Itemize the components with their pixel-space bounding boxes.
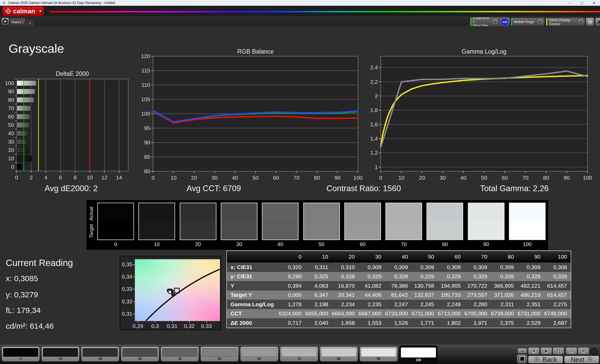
swatch-target — [180, 221, 216, 240]
tick-label: 0,3 — [151, 323, 159, 329]
svg-text:70: 70 — [522, 175, 528, 181]
close-button[interactable]: ✕ — [588, 0, 600, 6]
table-cell: 195,733 — [438, 291, 464, 300]
pattern-button-80[interactable]: 80 — [320, 346, 358, 362]
tick — [133, 264, 135, 265]
svg-text:85: 85 — [144, 154, 150, 160]
play-button[interactable]: ▶ — [541, 347, 552, 355]
pattern-button-40[interactable]: 40 — [161, 346, 199, 362]
next-button[interactable]: Next » — [564, 356, 599, 363]
grayscale-swatch — [303, 203, 340, 240]
pattern-label: 50 — [201, 357, 238, 361]
pattern-button-60[interactable]: 60 — [240, 346, 278, 362]
svg-text:60: 60 — [8, 113, 14, 120]
table-cell: 78,386 — [385, 281, 412, 291]
swatch-actual — [427, 203, 463, 221]
table-cell: 0,309 — [358, 263, 385, 272]
table-cell: 0,394 — [279, 281, 305, 291]
table-cell: 6687,000 — [358, 309, 385, 318]
table-header-cell: 20 — [332, 251, 358, 263]
pattern-bar-expand-button[interactable]: ▲ — [518, 348, 527, 354]
tab-history-1[interactable]: History 1 — [9, 18, 26, 26]
pattern-swatch — [282, 348, 317, 357]
table-cell: 0,309 — [385, 263, 412, 272]
svg-text:20: 20 — [8, 147, 14, 153]
window-pattern-button[interactable] — [517, 355, 527, 363]
pattern-button-20[interactable]: 20 — [81, 346, 119, 362]
tick — [155, 321, 155, 323]
refresh-button[interactable]: ↻ — [578, 347, 589, 355]
table-header-cell: 100 — [544, 251, 571, 263]
table-cell: 366,905 — [491, 281, 518, 291]
back-button[interactable]: « Back — [528, 356, 563, 363]
pattern-source-dropdown[interactable]: Mobile Forge — [511, 18, 545, 26]
swatch-target — [345, 221, 380, 240]
display-control-dropdown[interactable]: Direct Display Control — [546, 18, 585, 26]
svg-text:1,6: 1,6 — [370, 121, 378, 127]
pattern-swatch — [242, 348, 277, 357]
svg-text:50: 50 — [481, 175, 487, 181]
swatch-target — [221, 221, 257, 240]
table-header-cell: 80 — [491, 251, 518, 263]
table-cell: 614,457 — [544, 291, 571, 300]
swatch-actual — [345, 203, 380, 221]
grayscale-swatch — [138, 203, 175, 240]
main-content: Grayscale DeltaE 20001009080706050403020… — [0, 26, 600, 345]
refresh-icon: ↻ — [581, 348, 586, 354]
meter-dropdown[interactable]: X-Rite i1Pro 3 Direct View 410 — [470, 17, 510, 27]
svg-text:100: 100 — [141, 111, 150, 117]
table-cell: 482,121 — [518, 281, 544, 291]
chevron-left-icon — [597, 19, 600, 25]
pattern-label: 80 — [320, 357, 358, 361]
pattern-button-90[interactable]: 90 — [360, 346, 398, 362]
continuous-button[interactable]: ∞ — [566, 347, 577, 355]
swatch-target — [509, 221, 545, 240]
svg-text:120: 120 — [141, 53, 150, 59]
svg-text:40: 40 — [232, 175, 238, 181]
swatch-actual — [509, 203, 545, 221]
swatch-actual — [139, 203, 175, 221]
pattern-button-30[interactable]: 30 — [121, 346, 159, 362]
svg-text:1: 1 — [375, 164, 378, 170]
table-cell: 614,457 — [544, 281, 571, 291]
svg-text:0: 0 — [152, 175, 155, 181]
svg-text:2: 2 — [375, 93, 378, 99]
bar — [17, 97, 34, 103]
collapse-toolbar-button[interactable] — [595, 18, 600, 26]
pattern-button-10[interactable]: 10 — [41, 346, 80, 362]
swatch-target — [98, 221, 133, 240]
minimize-button[interactable]: – — [564, 0, 576, 6]
calman-menu-button[interactable]: calman — [2, 6, 44, 16]
svg-text:40: 40 — [460, 175, 466, 181]
table-cell: 0,325 — [305, 272, 332, 281]
table-cell: 6664,000 — [332, 309, 358, 318]
current-reading-fl: fL: 179,34 — [6, 306, 41, 315]
pattern-button-50[interactable]: 50 — [200, 346, 239, 362]
history-panel-toggle[interactable] — [1, 18, 9, 25]
svg-text:80: 80 — [8, 97, 14, 103]
pattern-button-0[interactable]: 0 — [2, 346, 40, 362]
swatch-level-label: 50 — [303, 241, 340, 247]
table-cell: 2,040 — [305, 318, 332, 328]
svg-text:10: 10 — [171, 175, 177, 181]
table-cell: 0,309 — [491, 263, 518, 272]
table-cell: 1,971 — [464, 318, 491, 328]
pattern-swatch — [401, 348, 436, 357]
measure-button[interactable]: [·] — [553, 347, 564, 355]
pattern-button-70[interactable]: 70 — [280, 346, 318, 362]
table-cell: 6731,000 — [518, 309, 544, 318]
source-label: Mobile Forge — [512, 20, 538, 24]
swatch-actual — [262, 203, 298, 221]
settings-button[interactable] — [586, 18, 594, 26]
pattern-button-100[interactable]: 100 — [399, 345, 438, 364]
maximize-button[interactable]: □ — [576, 0, 588, 6]
tick-label: 0,32 — [120, 298, 132, 305]
pattern-label: 90 — [360, 357, 397, 361]
stop-button[interactable]: ■ — [528, 347, 540, 355]
chevron-down-icon — [38, 9, 43, 14]
swatch-actual — [386, 203, 422, 221]
svg-text:80: 80 — [144, 168, 150, 174]
svg-text:115: 115 — [142, 67, 150, 73]
add-tab-button[interactable]: + — [26, 19, 35, 26]
tick-label: 0,32 — [184, 323, 195, 329]
